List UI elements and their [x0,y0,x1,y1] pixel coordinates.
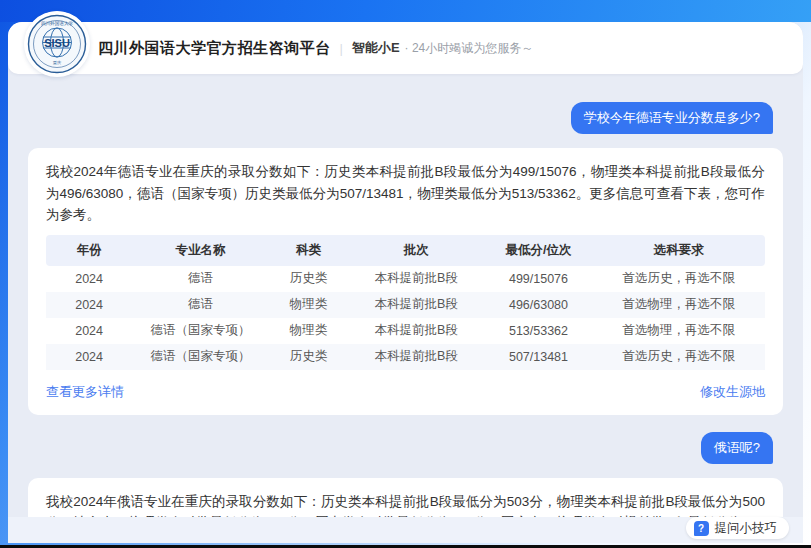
question-tips-button[interactable]: ? 提问小技巧 [686,517,790,539]
table-cell: 本科提前批B段 [348,266,485,292]
answer-text-russian: 我校2024年俄语专业在重庆的录取分数如下：历史类本科提前批B段最低分为503分… [46,491,765,518]
table-header-cell: 科类 [269,235,348,266]
answer-links: 查看更多详情 修改生源地 [46,383,765,401]
bot-answer-russian: 我校2024年俄语专业在重庆的录取分数如下：历史类本科提前批B段最低分为503分… [28,478,783,518]
table-row: 2024德语历史类本科提前批B段499/15076首选历史，再选不限 [46,266,765,292]
table-cell: 德语 [132,292,269,318]
logo-sisu-text: SISU [44,37,70,49]
table-cell: 首选历史，再选不限 [592,266,765,292]
table-cell: 本科提前批B段 [348,344,485,370]
bot-name: 智能小E [352,39,400,57]
table-cell: 首选物理，再选不限 [592,292,765,318]
table-cell: 2024 [46,266,132,292]
table-cell: 本科提前批B段 [348,318,485,344]
header: 四川外国语大学官方招生咨询平台 | 智能小E · 24小时竭诚为您服务～ [8,22,803,74]
table-cell: 499/15076 [485,266,593,292]
table-cell: 2024 [46,344,132,370]
bot-answer-german: 我校2024年德语专业在重庆的录取分数如下：历史类本科提前批B段最低分为499/… [28,148,783,415]
table-header-cell: 选科要求 [592,235,765,266]
table-cell: 德语（国家专项） [132,344,269,370]
table-cell: 首选物理，再选不限 [592,318,765,344]
chat-app-panel: 四川外国语大学官方招生咨询平台 | 智能小E · 24小时竭诚为您服务～ 学校今… [8,22,803,543]
logo-city-text: 重庆 [53,60,62,65]
table-cell: 物理类 [269,318,348,344]
university-logo: SISU 四川外国语大学 重庆 [24,11,90,77]
table-cell: 首选历史，再选不限 [592,344,765,370]
table-row: 2024德语（国家专项）物理类本科提前批B段513/53362首选物理，再选不限 [46,318,765,344]
table-cell: 496/63080 [485,292,593,318]
table-cell: 物理类 [269,292,348,318]
chat-message-area[interactable]: 学校今年德语专业分数是多少? 我校2024年德语专业在重庆的录取分数如下：历史类… [8,74,803,517]
table-cell: 历史类 [269,266,348,292]
table-header-row: 年份专业名称科类批次最低分/位次选科要求 [46,235,765,266]
app-window: SISU 四川外国语大学 重庆 四川外国语大学官方招生咨询平台 | 智能小E ·… [0,0,811,548]
modify-origin-link[interactable]: 修改生源地 [700,383,765,401]
table-header-cell: 批次 [348,235,485,266]
user-message-german-score: 学校今年德语专业分数是多少? [571,102,773,134]
university-seal-icon: SISU 四川外国语大学 重庆 [24,11,90,77]
table-cell: 2024 [46,292,132,318]
table-cell: 2024 [46,318,132,344]
table-cell: 德语 [132,266,269,292]
user-message-russian: 俄语呢? [701,432,773,464]
user-message-row: 学校今年德语专业分数是多少? [28,102,783,134]
question-mark-bubble-icon: ? [694,521,709,536]
table-header-cell: 年份 [46,235,132,266]
table-row: 2024德语（国家专项）历史类本科提前批B段507/13481首选历史，再选不限 [46,344,765,370]
view-more-details-link[interactable]: 查看更多详情 [46,383,124,401]
table-cell: 507/13481 [485,344,593,370]
logo-arc-text: 四川外国语大学 [41,20,74,27]
table-cell: 本科提前批B段 [348,292,485,318]
header-subtitle: · 24小时竭诚为您服务～ [405,40,534,57]
window-top-accent-bar [0,0,811,22]
tips-label: 提问小技巧 [715,520,778,537]
answer-text-german: 我校2024年德语专业在重庆的录取分数如下：历史类本科提前批B段最低分为499/… [46,161,765,226]
table-header-cell: 专业名称 [132,235,269,266]
table-row: 2024德语物理类本科提前批B段496/63080首选物理，再选不限 [46,292,765,318]
table-cell: 513/53362 [485,318,593,344]
table-cell: 历史类 [269,344,348,370]
page-title: 四川外国语大学官方招生咨询平台 [98,39,331,58]
admission-scores-table: 年份专业名称科类批次最低分/位次选科要求 2024德语历史类本科提前批B段499… [46,235,765,370]
table-cell: 德语（国家专项） [132,318,269,344]
table-header-cell: 最低分/位次 [485,235,593,266]
user-message-row: 俄语呢? [28,432,783,464]
title-separator: | [340,41,343,56]
footer-bar: ? 提问小技巧 [8,517,803,543]
